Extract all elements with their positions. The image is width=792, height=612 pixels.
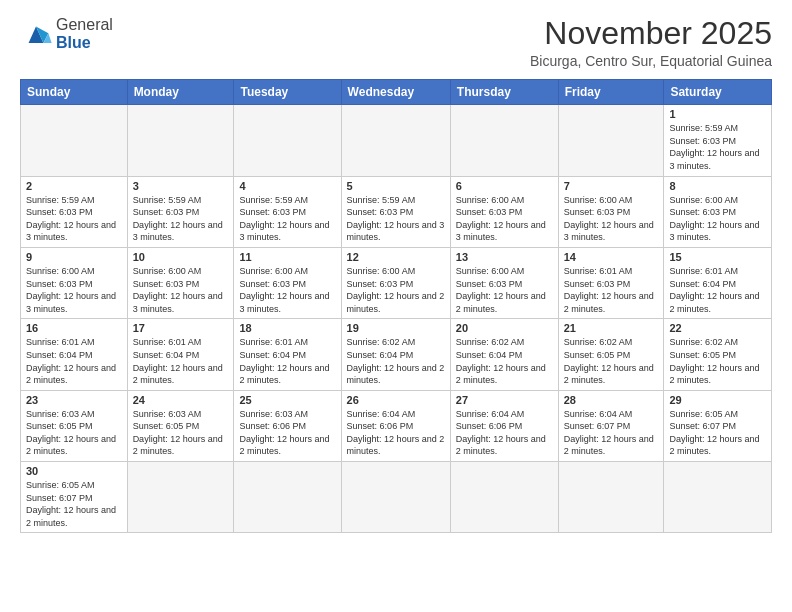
day-8: 8 Sunrise: 6:00 AM Sunset: 6:03 PM Dayli… bbox=[664, 176, 772, 247]
day-6: 6 Sunrise: 6:00 AM Sunset: 6:03 PM Dayli… bbox=[450, 176, 558, 247]
calendar: Sunday Monday Tuesday Wednesday Thursday… bbox=[20, 79, 772, 533]
calendar-row-2: 2 Sunrise: 5:59 AM Sunset: 6:03 PM Dayli… bbox=[21, 176, 772, 247]
calendar-row-4: 16 Sunrise: 6:01 AM Sunset: 6:04 PM Dayl… bbox=[21, 319, 772, 390]
logo-text: General Blue bbox=[56, 16, 113, 51]
day-23: 23 Sunrise: 6:03 AM Sunset: 6:05 PM Dayl… bbox=[21, 390, 128, 461]
header-tuesday: Tuesday bbox=[234, 80, 341, 105]
calendar-row-3: 9 Sunrise: 6:00 AM Sunset: 6:03 PM Dayli… bbox=[21, 247, 772, 318]
header: General Blue November 2025 Bicurga, Cent… bbox=[20, 16, 772, 69]
weekday-header-row: Sunday Monday Tuesday Wednesday Thursday… bbox=[21, 80, 772, 105]
empty-cell bbox=[341, 462, 450, 533]
day-20: 20 Sunrise: 6:02 AM Sunset: 6:04 PM Dayl… bbox=[450, 319, 558, 390]
day-12: 12 Sunrise: 6:00 AM Sunset: 6:03 PM Dayl… bbox=[341, 247, 450, 318]
day-2: 2 Sunrise: 5:59 AM Sunset: 6:03 PM Dayli… bbox=[21, 176, 128, 247]
empty-cell bbox=[450, 105, 558, 176]
day-5: 5 Sunrise: 5:59 AM Sunset: 6:03 PM Dayli… bbox=[341, 176, 450, 247]
day-9: 9 Sunrise: 6:00 AM Sunset: 6:03 PM Dayli… bbox=[21, 247, 128, 318]
day-30: 30 Sunrise: 6:05 AM Sunset: 6:07 PM Dayl… bbox=[21, 462, 128, 533]
header-wednesday: Wednesday bbox=[341, 80, 450, 105]
day-7: 7 Sunrise: 6:00 AM Sunset: 6:03 PM Dayli… bbox=[558, 176, 664, 247]
day-24: 24 Sunrise: 6:03 AM Sunset: 6:05 PM Dayl… bbox=[127, 390, 234, 461]
day-26: 26 Sunrise: 6:04 AM Sunset: 6:06 PM Dayl… bbox=[341, 390, 450, 461]
day-28: 28 Sunrise: 6:04 AM Sunset: 6:07 PM Dayl… bbox=[558, 390, 664, 461]
day-4: 4 Sunrise: 5:59 AM Sunset: 6:03 PM Dayli… bbox=[234, 176, 341, 247]
header-thursday: Thursday bbox=[450, 80, 558, 105]
day-10: 10 Sunrise: 6:00 AM Sunset: 6:03 PM Dayl… bbox=[127, 247, 234, 318]
day-29: 29 Sunrise: 6:05 AM Sunset: 6:07 PM Dayl… bbox=[664, 390, 772, 461]
day-27: 27 Sunrise: 6:04 AM Sunset: 6:06 PM Dayl… bbox=[450, 390, 558, 461]
subtitle: Bicurga, Centro Sur, Equatorial Guinea bbox=[530, 53, 772, 69]
header-sunday: Sunday bbox=[21, 80, 128, 105]
calendar-row-6: 30 Sunrise: 6:05 AM Sunset: 6:07 PM Dayl… bbox=[21, 462, 772, 533]
day-17: 17 Sunrise: 6:01 AM Sunset: 6:04 PM Dayl… bbox=[127, 319, 234, 390]
day-18: 18 Sunrise: 6:01 AM Sunset: 6:04 PM Dayl… bbox=[234, 319, 341, 390]
title-area: November 2025 Bicurga, Centro Sur, Equat… bbox=[530, 16, 772, 69]
empty-cell bbox=[127, 462, 234, 533]
empty-cell bbox=[234, 462, 341, 533]
calendar-row-5: 23 Sunrise: 6:03 AM Sunset: 6:05 PM Dayl… bbox=[21, 390, 772, 461]
day-11: 11 Sunrise: 6:00 AM Sunset: 6:03 PM Dayl… bbox=[234, 247, 341, 318]
day-14: 14 Sunrise: 6:01 AM Sunset: 6:03 PM Dayl… bbox=[558, 247, 664, 318]
empty-cell bbox=[664, 462, 772, 533]
day-13: 13 Sunrise: 6:00 AM Sunset: 6:03 PM Dayl… bbox=[450, 247, 558, 318]
month-title: November 2025 bbox=[530, 16, 772, 51]
empty-cell bbox=[558, 462, 664, 533]
empty-cell bbox=[558, 105, 664, 176]
day-19: 19 Sunrise: 6:02 AM Sunset: 6:04 PM Dayl… bbox=[341, 319, 450, 390]
day-15: 15 Sunrise: 6:01 AM Sunset: 6:04 PM Dayl… bbox=[664, 247, 772, 318]
day-22: 22 Sunrise: 6:02 AM Sunset: 6:05 PM Dayl… bbox=[664, 319, 772, 390]
logo-icon bbox=[20, 20, 52, 48]
header-saturday: Saturday bbox=[664, 80, 772, 105]
logo: General Blue bbox=[20, 16, 113, 51]
empty-cell bbox=[450, 462, 558, 533]
empty-cell bbox=[21, 105, 128, 176]
page: General Blue November 2025 Bicurga, Cent… bbox=[0, 0, 792, 612]
day-3: 3 Sunrise: 5:59 AM Sunset: 6:03 PM Dayli… bbox=[127, 176, 234, 247]
empty-cell bbox=[127, 105, 234, 176]
day-21: 21 Sunrise: 6:02 AM Sunset: 6:05 PM Dayl… bbox=[558, 319, 664, 390]
calendar-row-1: 1 Sunrise: 5:59 AM Sunset: 6:03 PM Dayli… bbox=[21, 105, 772, 176]
empty-cell bbox=[234, 105, 341, 176]
header-monday: Monday bbox=[127, 80, 234, 105]
day-1: 1 Sunrise: 5:59 AM Sunset: 6:03 PM Dayli… bbox=[664, 105, 772, 176]
day-25: 25 Sunrise: 6:03 AM Sunset: 6:06 PM Dayl… bbox=[234, 390, 341, 461]
header-friday: Friday bbox=[558, 80, 664, 105]
day-16: 16 Sunrise: 6:01 AM Sunset: 6:04 PM Dayl… bbox=[21, 319, 128, 390]
empty-cell bbox=[341, 105, 450, 176]
